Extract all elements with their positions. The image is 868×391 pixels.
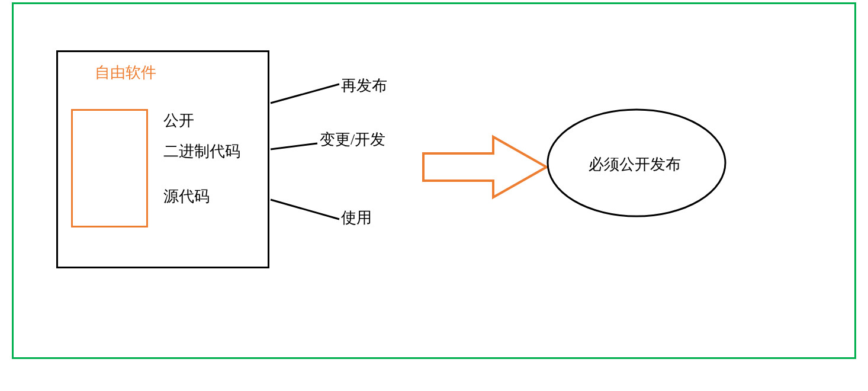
label-binary: 二进制代码 xyxy=(163,141,240,162)
result-text: 必须公开发布 xyxy=(589,154,681,175)
arrow-label: 在GPL下 xyxy=(432,158,491,179)
label-source: 源代码 xyxy=(163,186,210,207)
branch-redistribute: 再发布 xyxy=(341,75,387,96)
branch-modify: 变更/开发 xyxy=(320,129,385,150)
branch-use: 使用 xyxy=(341,207,372,228)
label-public: 公开 xyxy=(163,110,194,131)
free-software-title: 自由软件 xyxy=(95,62,156,83)
orange-inner-box xyxy=(71,109,148,227)
